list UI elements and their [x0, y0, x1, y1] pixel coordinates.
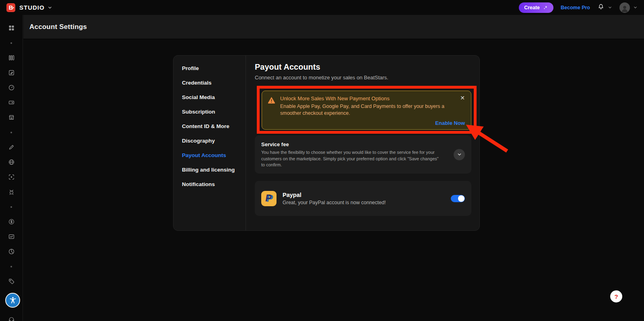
payout-content: Payout Accounts Connect an account to mo… [246, 56, 485, 230]
sparkle-icon [543, 5, 548, 10]
settings-nav-profile[interactable]: Profile [182, 61, 246, 75]
payment-options-banner: Unlock More Sales With New Payment Optio… [262, 91, 471, 130]
sidebar-notes-icon[interactable] [0, 65, 23, 80]
sidebar-gauge-icon[interactable] [0, 80, 23, 95]
banner-close-icon[interactable]: ✕ [460, 95, 465, 101]
toggle-knob [458, 195, 464, 202]
settings-nav-social-media[interactable]: Social Media [182, 90, 246, 104]
paypal-logo: P [261, 191, 277, 206]
sidebar-divider-dot [0, 125, 23, 140]
service-fee-description: You have the flexibility to choose wheth… [261, 149, 443, 168]
sidebar-scan-focus-icon[interactable] [0, 170, 23, 184]
service-fee-title: Service fee [261, 141, 443, 147]
page-header: Account Settings [23, 15, 644, 39]
settings-nav-discography[interactable]: Discography [182, 133, 246, 148]
enable-now-link[interactable]: Enable Now [435, 120, 465, 126]
warning-triangle-icon [267, 96, 276, 104]
create-button[interactable]: Create [519, 2, 553, 13]
brand-title: STUDIO [19, 4, 45, 11]
section-subtitle: Connect an account to monetize your sale… [255, 75, 477, 81]
topbar: B ★ STUDIO Create Become Pro [0, 0, 644, 15]
topbar-actions: Create Become Pro [519, 2, 638, 13]
paypal-title: Paypal [283, 192, 386, 198]
account-chevron-down-icon[interactable] [633, 4, 638, 11]
settings-nav-notifications[interactable]: Notifications [182, 177, 246, 191]
help-button[interactable]: ? [610, 290, 622, 302]
notifications-bell-icon[interactable] [597, 3, 605, 12]
banner-title: Unlock More Sales With New Payment Optio… [280, 95, 455, 101]
sidebar-dashboard-grid-icon[interactable] [0, 21, 23, 35]
user-avatar[interactable] [619, 2, 630, 13]
sidebar-divider-dot [0, 199, 23, 214]
sidebar-ticket-icon[interactable] [0, 95, 23, 110]
sidebar-headphones-icon[interactable] [8, 315, 15, 321]
settings-nav: Profile Credentials Social Media Subscri… [173, 56, 246, 230]
sidebar-divider-dot [0, 35, 23, 50]
help-question-mark: ? [614, 293, 618, 300]
settings-nav-payout-accounts[interactable]: Payout Accounts [182, 148, 246, 162]
brand-chevron-down-icon[interactable] [47, 5, 52, 10]
page-title: Account Settings [29, 23, 87, 31]
create-button-label: Create [524, 5, 540, 10]
banner-body: Enable Apple Pay, Google Pay, and Card P… [280, 103, 455, 116]
settings-nav-content-id[interactable]: Content ID & More [182, 119, 246, 133]
service-fee-expand-button[interactable] [454, 149, 465, 160]
chevron-down-icon [457, 152, 462, 157]
icon-sidebar [0, 15, 23, 321]
sidebar-media-stats-icon[interactable] [0, 229, 23, 244]
beatstars-studio-screen: B ★ STUDIO Create Become Pro [0, 0, 644, 321]
settings-nav-billing-licensing[interactable]: Billing and licensing [182, 162, 246, 177]
sidebar-divider-dot [0, 259, 23, 274]
account-settings-card: Profile Credentials Social Media Subscri… [173, 55, 480, 231]
sidebar-charts-bars-icon[interactable] [0, 50, 23, 65]
accessibility-button[interactable] [5, 293, 20, 308]
become-pro-link[interactable]: Become Pro [561, 5, 590, 10]
beatstars-logo[interactable]: B ★ [6, 3, 15, 12]
section-title: Payout Accounts [255, 62, 477, 72]
sidebar-tag-icon[interactable] [0, 274, 23, 289]
sidebar-earnings-dollar-icon[interactable] [0, 214, 23, 229]
sidebar-pie-chart-icon[interactable] [0, 244, 23, 259]
sidebar-pencil-icon[interactable] [0, 140, 23, 155]
sidebar-drums-icon[interactable] [0, 184, 23, 199]
logo-star-icon: ★ [12, 6, 14, 9]
paypal-section: P Paypal Great, your PayPal account is n… [255, 181, 471, 216]
annotation-highlight-box: Unlock More Sales With New Payment Optio… [257, 86, 477, 134]
accessibility-person-icon [8, 296, 17, 305]
service-fee-section: Service fee You have the flexibility to … [255, 135, 471, 174]
sidebar-store-icon[interactable] [0, 110, 23, 125]
paypal-status-text: Great, your PayPal account is now connec… [283, 200, 386, 205]
settings-nav-subscription[interactable]: Subscription [182, 104, 246, 119]
settings-nav-credentials[interactable]: Credentials [182, 75, 246, 90]
paypal-logo-letter: P [265, 194, 271, 203]
notifications-chevron-down-icon[interactable] [608, 4, 612, 11]
sidebar-globe-icon[interactable] [0, 155, 23, 170]
paypal-toggle-on[interactable] [451, 195, 465, 202]
